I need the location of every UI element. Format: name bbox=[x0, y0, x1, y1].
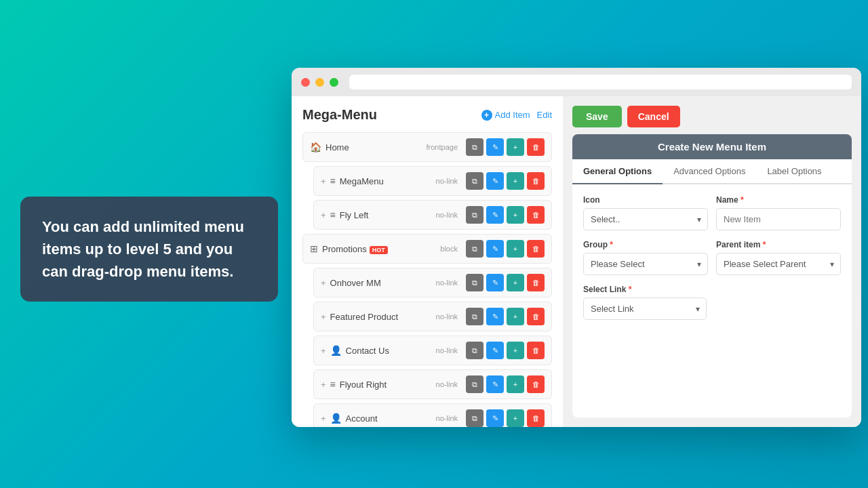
parent-select-wrapper: Please Select Parent bbox=[716, 253, 841, 275]
menu-item: + Onhover MM no-link ⧉ ✎ + 🗑 bbox=[313, 268, 552, 298]
group-group: Group * Please Select bbox=[583, 240, 708, 275]
menu-item: + Featured Product no-link ⧉ ✎ + 🗑 bbox=[313, 302, 552, 331]
save-button[interactable]: Save bbox=[572, 106, 622, 127]
icon-label: Icon bbox=[583, 195, 708, 205]
edit-button[interactable]: ✎ bbox=[486, 375, 504, 393]
parent-select[interactable]: Please Select Parent bbox=[716, 253, 841, 275]
url-bar[interactable] bbox=[349, 75, 852, 89]
list-icon: ≡ bbox=[330, 176, 336, 186]
grid-icon: ⊞ bbox=[310, 243, 318, 254]
add-child-button[interactable]: + bbox=[507, 138, 524, 156]
tooltip-box: You can add unlimited menu items up to l… bbox=[20, 197, 278, 302]
edit-button[interactable]: ✎ bbox=[486, 240, 504, 258]
icon-group: Icon Select.. bbox=[583, 195, 708, 230]
form-card: Create New Menu Item General Options Adv… bbox=[572, 134, 852, 418]
select-link-row: Select Link * Select Link bbox=[583, 285, 841, 320]
add-child-button[interactable]: + bbox=[507, 342, 524, 359]
copy-button[interactable]: ⧉ bbox=[466, 409, 484, 427]
edit-button[interactable]: ✎ bbox=[486, 308, 504, 325]
menu-title: Mega-Menu bbox=[302, 107, 377, 123]
minimize-dot[interactable] bbox=[315, 78, 324, 87]
form-tabs: General Options Advanced Options Label O… bbox=[572, 159, 852, 184]
browser-content: Mega-Menu + Add Item Edit 🏠 Home frontpa… bbox=[292, 96, 861, 427]
tooltip-text: You can add unlimited menu items up to l… bbox=[42, 218, 244, 280]
group-select-wrapper: Please Select bbox=[583, 253, 708, 275]
edit-button[interactable]: ✎ bbox=[486, 172, 504, 190]
maximize-dot[interactable] bbox=[330, 78, 338, 87]
parent-label: Parent item * bbox=[716, 240, 841, 249]
delete-button[interactable]: 🗑 bbox=[527, 206, 545, 224]
select-link-label: Select Link * bbox=[583, 285, 707, 294]
edit-button[interactable]: ✎ bbox=[486, 138, 504, 156]
icon-name-row: Icon Select.. Name * bbox=[583, 195, 841, 230]
tab-general-options[interactable]: General Options bbox=[572, 159, 663, 184]
menu-panel: Mega-Menu + Add Item Edit 🏠 Home frontpa… bbox=[292, 96, 563, 427]
edit-link[interactable]: Edit bbox=[537, 110, 552, 120]
menu-item: + 👤 Contact Us no-link ⧉ ✎ + 🗑 bbox=[313, 336, 552, 365]
select-link-group: Select Link * Select Link bbox=[583, 285, 707, 320]
add-child-button[interactable]: + bbox=[507, 308, 524, 325]
delete-button[interactable]: 🗑 bbox=[527, 308, 545, 325]
account-icon: 👤 bbox=[330, 413, 342, 424]
edit-button[interactable]: ✎ bbox=[486, 409, 504, 427]
add-child-button[interactable]: + bbox=[507, 206, 524, 224]
edit-button[interactable]: ✎ bbox=[486, 274, 504, 291]
parent-group: Parent item * Please Select Parent bbox=[716, 240, 841, 275]
plus-circle-icon: + bbox=[481, 110, 492, 121]
copy-button[interactable]: ⧉ bbox=[466, 172, 484, 190]
menu-item: + ≡ Fly Left no-link ⧉ ✎ + 🗑 bbox=[313, 200, 552, 230]
add-child-button[interactable]: + bbox=[507, 240, 524, 258]
group-label: Group * bbox=[583, 240, 708, 249]
tab-label-options[interactable]: Label Options bbox=[756, 159, 832, 184]
menu-item: 🏠 Home frontpage ⧉ ✎ + 🗑 bbox=[302, 132, 552, 162]
delete-button[interactable]: 🗑 bbox=[527, 375, 545, 393]
edit-button[interactable]: ✎ bbox=[486, 342, 504, 359]
name-label: Name * bbox=[716, 195, 841, 205]
add-child-button[interactable]: + bbox=[507, 375, 524, 393]
menu-item: + ≡ Flyout Right no-link ⧉ ✎ + 🗑 bbox=[313, 369, 552, 399]
delete-button[interactable]: 🗑 bbox=[527, 342, 545, 359]
form-body: Icon Select.. Name * bbox=[572, 184, 852, 331]
menu-item-actions: ⧉ ✎ + 🗑 bbox=[466, 138, 545, 156]
add-item-button[interactable]: + Add Item bbox=[481, 110, 530, 121]
contact-icon: 👤 bbox=[330, 345, 342, 356]
menu-header: Mega-Menu + Add Item Edit bbox=[302, 107, 552, 123]
form-card-title: Create New Menu Item bbox=[572, 134, 852, 159]
menu-item: + 👤 Account no-link ⧉ ✎ + 🗑 bbox=[313, 403, 552, 427]
home-icon: 🏠 bbox=[310, 142, 321, 152]
edit-button[interactable]: ✎ bbox=[486, 206, 504, 224]
browser-titlebar bbox=[292, 68, 861, 96]
name-group: Name * bbox=[716, 195, 841, 230]
delete-button[interactable]: 🗑 bbox=[527, 172, 545, 190]
icon-select[interactable]: Select.. bbox=[583, 208, 708, 230]
delete-button[interactable]: 🗑 bbox=[527, 240, 545, 258]
copy-button[interactable]: ⧉ bbox=[466, 240, 484, 258]
form-panel: Save Cancel Create New Menu Item General… bbox=[563, 96, 861, 427]
close-dot[interactable] bbox=[301, 78, 310, 87]
menu-item: + ≡ MegaMenu no-link ⧉ ✎ + 🗑 bbox=[313, 166, 552, 196]
copy-button[interactable]: ⧉ bbox=[466, 308, 484, 325]
group-parent-row: Group * Please Select Parent i bbox=[583, 240, 841, 275]
copy-button[interactable]: ⧉ bbox=[466, 274, 484, 291]
copy-button[interactable]: ⧉ bbox=[466, 342, 484, 359]
delete-button[interactable]: 🗑 bbox=[527, 274, 545, 291]
menu-header-actions: + Add Item Edit bbox=[481, 110, 552, 121]
tab-advanced-options[interactable]: Advanced Options bbox=[663, 159, 756, 184]
select-link-wrapper: Select Link bbox=[583, 298, 707, 320]
group-select[interactable]: Please Select bbox=[583, 253, 708, 275]
flyout-icon: ≡ bbox=[330, 379, 336, 390]
copy-button[interactable]: ⧉ bbox=[466, 138, 484, 156]
select-link-select[interactable]: Select Link bbox=[583, 298, 707, 320]
browser-window: Mega-Menu + Add Item Edit 🏠 Home frontpa… bbox=[292, 68, 861, 427]
copy-button[interactable]: ⧉ bbox=[466, 206, 484, 224]
copy-button[interactable]: ⧉ bbox=[466, 375, 484, 393]
menu-item: ⊞ PromotionsHOT block ⧉ ✎ + 🗑 bbox=[302, 234, 552, 264]
form-top-actions: Save Cancel bbox=[572, 106, 852, 127]
name-input[interactable] bbox=[716, 208, 841, 230]
delete-button[interactable]: 🗑 bbox=[527, 409, 545, 427]
add-child-button[interactable]: + bbox=[507, 172, 524, 190]
add-child-button[interactable]: + bbox=[507, 274, 524, 291]
cancel-button[interactable]: Cancel bbox=[627, 106, 680, 127]
delete-button[interactable]: 🗑 bbox=[527, 138, 545, 156]
add-child-button[interactable]: + bbox=[507, 409, 524, 427]
